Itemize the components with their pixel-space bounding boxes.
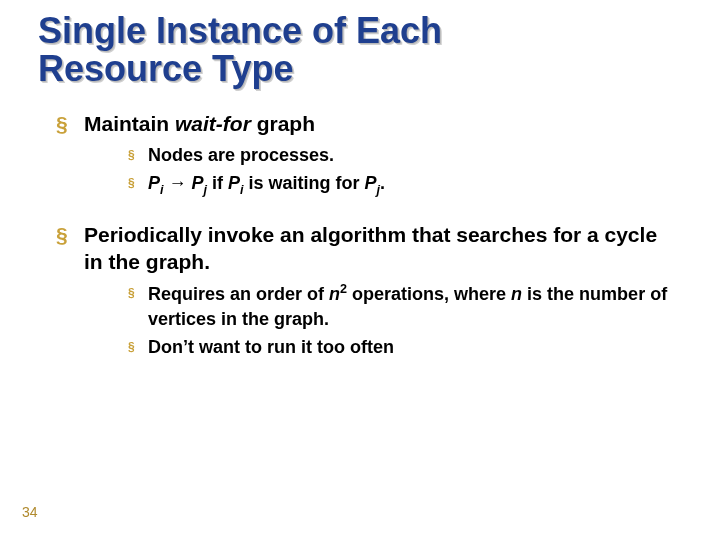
p-j-base: P <box>192 173 204 193</box>
p-i2-base: P <box>228 173 240 193</box>
bullet-1: Maintain wait-for graph Nodes are proces… <box>56 110 672 199</box>
complexity-n2: n <box>511 284 522 304</box>
bullet-2-sub-1: Requires an order of n2 operations, wher… <box>128 281 672 331</box>
bullet-2-text: Periodically invoke an algorithm that se… <box>84 223 657 273</box>
bullet-1-sublist: Nodes are processes. Pi → Pj if Pi is wa… <box>128 143 672 199</box>
slide: Single Instance of Each Resource Type Ma… <box>0 0 720 540</box>
bullet-1-sub-1: Nodes are processes. <box>128 143 672 167</box>
bullet-1-suffix: graph <box>251 112 315 135</box>
bullet-2: Periodically invoke an algorithm that se… <box>56 221 672 359</box>
bullet-2-sub-2-text: Don’t want to run it too often <box>148 337 394 357</box>
complexity-exp: 2 <box>340 282 347 296</box>
formula-end: . <box>380 173 385 193</box>
p-j2-base: P <box>365 173 377 193</box>
bullet-2-sub-2: Don’t want to run it too often <box>128 335 672 359</box>
bullet-1-italic: wait-for <box>175 112 251 135</box>
complexity-pre: Requires an order of <box>148 284 329 304</box>
bullet-1-sub-1-text: Nodes are processes. <box>148 145 334 165</box>
title-line-1: Single Instance of Each <box>38 10 442 51</box>
complexity-mid: operations, where <box>347 284 511 304</box>
p-i-base: P <box>148 173 160 193</box>
bullet-1-prefix: Maintain <box>84 112 175 135</box>
slide-title: Single Instance of Each Resource Type <box>38 12 672 88</box>
bullet-1-sub-2: Pi → Pj if Pi is waiting for Pj. <box>128 171 672 199</box>
page-number: 34 <box>22 504 38 520</box>
formula-mid2: is waiting for <box>244 173 365 193</box>
bullet-2-sublist: Requires an order of n2 operations, wher… <box>128 281 672 359</box>
title-line-2: Resource Type <box>38 48 293 89</box>
arrow-icon: → <box>169 173 187 193</box>
p-i-sub: i <box>160 183 164 197</box>
formula-mid: if <box>207 173 228 193</box>
bullet-list: Maintain wait-for graph Nodes are proces… <box>56 110 672 360</box>
complexity-n: n <box>329 284 340 304</box>
